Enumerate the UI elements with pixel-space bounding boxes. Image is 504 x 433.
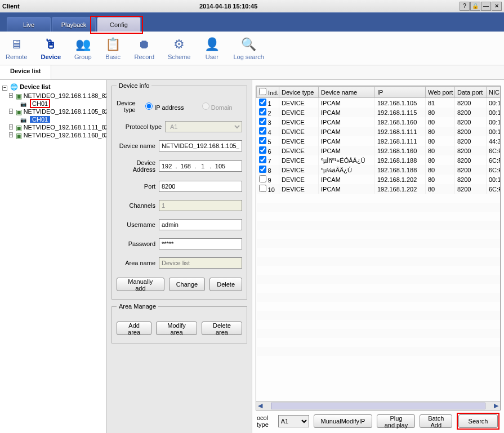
row-checkbox[interactable]: [259, 175, 266, 182]
tree-root[interactable]: − Device list: [1, 82, 105, 92]
cell-device-type: DEVICE: [279, 108, 319, 117]
row-checkbox[interactable]: [259, 137, 266, 144]
collapse-icon[interactable]: −: [9, 93, 13, 98]
close-icon[interactable]: ✕: [492, 2, 502, 11]
tab-live[interactable]: Live: [7, 17, 51, 32]
tool-basic[interactable]: 📋Basic: [105, 37, 121, 60]
scroll-right-icon[interactable]: ▶: [492, 402, 500, 410]
tool-log-search[interactable]: 🔍Log search: [233, 37, 264, 60]
search-button[interactable]: Search: [458, 414, 498, 428]
cell-ip: 192.168.1.115: [375, 108, 426, 117]
tool-remote[interactable]: 🖥Remote: [6, 37, 28, 60]
table-row[interactable]: 4DEVICEIPCAM192.168.1.11180820000:18:A9:: [257, 127, 501, 136]
delete-area-button[interactable]: Delete area: [202, 322, 242, 335]
table-row[interactable]: 7DEVICEºµÎñº¹«ÉÓÂÄ¿Ú192.168.1.1888082006…: [257, 155, 501, 165]
protocol-select[interactable]: A1: [165, 121, 242, 132]
tool-label: Record: [135, 53, 154, 60]
tree-device-node[interactable]: −NETVIDEO_192.168.1.105_8200: [1, 108, 105, 115]
grid-header[interactable]: Device type: [279, 87, 319, 98]
row-checkbox[interactable]: [259, 127, 266, 135]
config-toolbar: 🖥Remote🖱Device👥Group📋Basic⏺Record⚙Scheme…: [0, 32, 504, 65]
cell-data-port: 8200: [455, 117, 487, 127]
manual-modify-ip-button[interactable]: MunualModifyIP: [314, 414, 373, 428]
cell-web-port: 80: [426, 127, 455, 136]
scroll-left-icon[interactable]: ◀: [256, 402, 264, 410]
table-row[interactable]: 10DEVICEIPCAM192.168.1.2028082006C:FD:B9: [257, 184, 501, 194]
tool-device[interactable]: 🖱Device: [41, 37, 61, 60]
bottom-protocol-select[interactable]: A1: [278, 415, 309, 427]
collapse-icon[interactable]: −: [9, 109, 13, 114]
row-checkbox[interactable]: [259, 146, 266, 154]
device-info-fieldset: Device info Device type IP address Domai…: [111, 86, 247, 300]
table-row[interactable]: 6DEVICEIPCAM192.168.1.1608082006C:FD:B9: [257, 146, 501, 155]
radio-domain[interactable]: Domain: [188, 102, 233, 111]
tree-device-node[interactable]: +NETVIDEO_192.168.1.160_8200: [1, 131, 105, 139]
change-button[interactable]: Change: [169, 278, 206, 291]
grid-header[interactable]: NIC addr: [487, 87, 501, 98]
tree-device-node[interactable]: +NETVIDEO_192.168.1.111_8200: [1, 123, 105, 131]
row-checkbox[interactable]: [259, 108, 266, 115]
minimize-icon[interactable]: —: [481, 2, 491, 11]
grid-header[interactable]: Device name: [319, 87, 375, 98]
tab-playback[interactable]: Playback: [52, 17, 96, 32]
row-checkbox[interactable]: [259, 99, 266, 106]
delete-button[interactable]: Delete: [209, 278, 242, 291]
cell-web-port: 80: [426, 108, 455, 117]
row-checkbox[interactable]: [259, 185, 266, 192]
table-row[interactable]: 3DEVICEIPCAM192.168.1.16080820000:18:A9:: [257, 117, 501, 127]
lock-icon[interactable]: 🔒: [470, 2, 480, 11]
table-row[interactable]: 5DEVICEIPCAM192.168.1.11180820044:33:4C: [257, 136, 501, 146]
tool-label: Group: [74, 53, 92, 60]
row-checkbox[interactable]: [259, 118, 266, 125]
cell-ip: 192.168.1.188: [375, 155, 426, 165]
tab-config[interactable]: Config: [97, 17, 141, 32]
expand-icon[interactable]: +: [9, 124, 13, 130]
modify-area-button[interactable]: Modify area: [156, 322, 197, 335]
grid-checkall[interactable]: [259, 88, 266, 95]
table-row[interactable]: 9DEVICEIPCAM192.168.1.20280820000:18:A9:: [257, 175, 501, 184]
row-checkbox[interactable]: [259, 166, 266, 173]
password-input[interactable]: [159, 238, 242, 249]
subtabs: Device list: [0, 65, 504, 80]
cell-device-type: DEVICE: [279, 136, 319, 146]
help-icon[interactable]: ?: [460, 2, 470, 11]
tree-node-label: NETVIDEO_192.168.1.105_8200: [24, 108, 107, 115]
tree-channel-node[interactable]: CH01: [1, 100, 105, 108]
tree-channel-node[interactable]: CH01: [1, 115, 105, 123]
radio-ip[interactable]: IP address: [139, 102, 184, 111]
cell-device-name: IPCAM: [319, 184, 375, 194]
subtab-device-list[interactable]: Device list: [0, 65, 51, 79]
grid-header[interactable]: Data port: [455, 87, 487, 98]
manually-add-button[interactable]: Manually add: [117, 278, 164, 291]
tool-user[interactable]: 👤User: [204, 37, 220, 60]
grid-hscrollbar[interactable]: ◀ ▶: [256, 401, 500, 410]
device-grid[interactable]: Ind...Device typeDevice nameIPWeb portDa…: [256, 86, 501, 356]
port-input[interactable]: [159, 181, 242, 192]
cell-device-name: IPCAM: [319, 98, 375, 108]
tree-device-node[interactable]: −NETVIDEO_192.168.1.188_8200: [1, 92, 105, 100]
add-area-button[interactable]: Add area: [117, 322, 151, 335]
scroll-thumb[interactable]: [271, 403, 485, 409]
tool-record[interactable]: ⏺Record: [135, 37, 154, 60]
tree-node-label: NETVIDEO_192.168.1.111_8200: [24, 124, 107, 131]
cell-ip: 192.168.1.111: [375, 127, 426, 136]
expand-icon[interactable]: +: [9, 132, 13, 137]
radio-p2p[interactable]: P2P: [236, 102, 252, 111]
cell-web-port: 81: [426, 98, 455, 108]
tool-scheme[interactable]: ⚙Scheme: [168, 37, 190, 60]
grid-header[interactable]: IP: [375, 87, 426, 98]
device-address-input[interactable]: [159, 160, 242, 172]
batch-add-button[interactable]: Batch Add: [420, 414, 452, 428]
table-row[interactable]: 2DEVICEIPCAM192.168.1.11580820000:18:A9:: [257, 108, 501, 117]
table-row[interactable]: 8DEVICEºµ¼äÂÄ¿Ú192.168.1.1888082006C:FD:…: [257, 165, 501, 175]
grid-header[interactable]: Web port: [426, 87, 455, 98]
row-checkbox[interactable]: [259, 156, 266, 163]
tool-group[interactable]: 👥Group: [74, 37, 92, 60]
collapse-icon[interactable]: −: [2, 86, 7, 91]
table-row[interactable]: 1DEVICEIPCAM192.168.1.10581820000:18:A9:: [257, 98, 501, 108]
cell-ip: 192.168.1.160: [375, 146, 426, 155]
username-input[interactable]: [159, 219, 242, 230]
cell-device-name: ºµÎñº¹«ÉÓÂÄ¿Ú: [319, 155, 375, 165]
device-name-input[interactable]: [159, 140, 242, 151]
plug-and-play-button[interactable]: Plug and play: [377, 414, 415, 428]
